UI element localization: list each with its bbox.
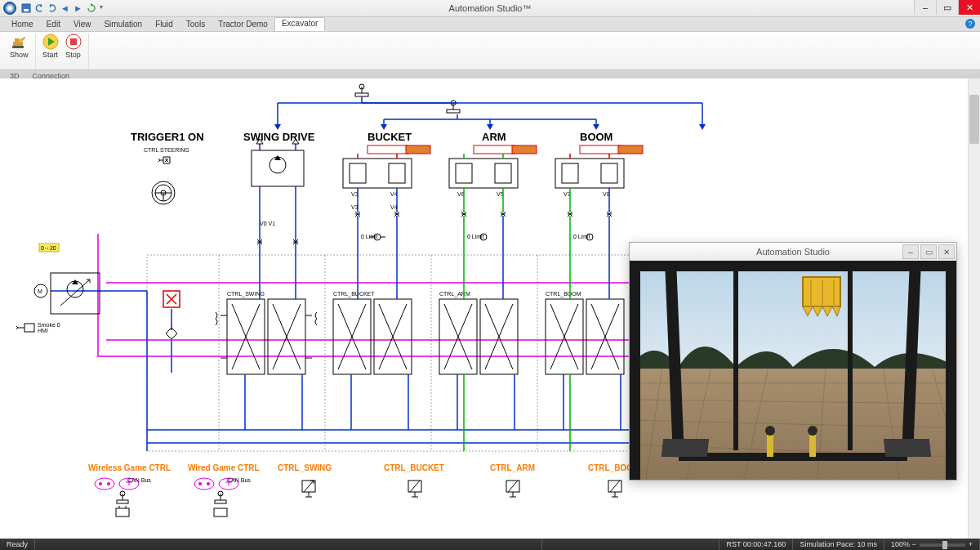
play-icon bbox=[42, 34, 59, 50]
help-icon[interactable]: ? bbox=[965, 19, 975, 29]
svg-point-108 bbox=[194, 478, 214, 490]
maximize-button[interactable]: ▭ bbox=[936, 0, 958, 15]
svg-text:CTRL_SWING: CTRL_SWING bbox=[227, 291, 265, 297]
cyl-bucket: V3 V4 V3V4 0 Limit bbox=[343, 145, 430, 248]
svg-rect-114 bbox=[117, 500, 128, 503]
stop-button[interactable]: Stop bbox=[64, 34, 83, 59]
window-controls: – ▭ ✕ bbox=[914, 0, 980, 15]
svg-rect-146 bbox=[662, 439, 709, 457]
gamepad-wired-icon bbox=[194, 478, 214, 490]
svg-text:M: M bbox=[38, 288, 42, 294]
redo-icon[interactable] bbox=[47, 3, 57, 13]
sim-3d-maximize-button[interactable]: ▭ bbox=[920, 244, 937, 259]
menu-view[interactable]: View bbox=[67, 18, 98, 30]
menu-fluid[interactable]: Fluid bbox=[149, 18, 180, 30]
svg-text:CTRL_BOOM: CTRL_BOOM bbox=[546, 291, 581, 297]
svg-rect-8 bbox=[355, 93, 368, 96]
label-trigger1: TRIGGER1 ON bbox=[131, 131, 204, 143]
start-label: Start bbox=[42, 51, 58, 59]
sim-3d-window[interactable]: Automation Studio – ▭ ✕ bbox=[629, 242, 957, 481]
zoom-out-icon[interactable]: − bbox=[911, 540, 915, 548]
save-icon[interactable] bbox=[21, 3, 31, 13]
menu-simulation[interactable]: Simulation bbox=[97, 18, 149, 30]
svg-text:V0 V1: V0 V1 bbox=[260, 221, 275, 226]
svg-rect-4 bbox=[12, 46, 24, 48]
status-pace: Simulation Pace: 10 ms bbox=[793, 539, 884, 550]
valve-arm: CTRL_ARM bbox=[439, 291, 518, 374]
svg-text:V4: V4 bbox=[390, 204, 398, 210]
label-wired-ctrl: Wired Game CTRL bbox=[188, 463, 260, 472]
status-ready: Ready bbox=[0, 539, 35, 550]
status-zoom[interactable]: 100% −+ bbox=[884, 539, 980, 550]
gamepad-wireless-icon bbox=[95, 478, 114, 490]
menu-tools[interactable]: Tools bbox=[180, 18, 212, 30]
qat-dropdown-icon[interactable]: ▾ bbox=[100, 3, 109, 13]
forward-icon[interactable]: ► bbox=[74, 3, 83, 13]
svg-rect-30 bbox=[343, 159, 412, 188]
svg-rect-48 bbox=[512, 145, 537, 154]
label-arm: ARM bbox=[482, 131, 506, 143]
status-rst: RST 00:00:47.160 bbox=[719, 539, 793, 550]
zoom-in-icon[interactable]: + bbox=[969, 540, 973, 548]
svg-rect-7 bbox=[70, 38, 77, 45]
svg-point-104 bbox=[95, 478, 114, 490]
svg-point-143 bbox=[765, 426, 775, 436]
scrollbar-thumb[interactable] bbox=[969, 95, 979, 144]
prop-valve-swing-icon bbox=[302, 481, 315, 497]
minimize-button[interactable]: – bbox=[914, 0, 936, 15]
svg-point-110 bbox=[207, 482, 210, 485]
svg-rect-147 bbox=[884, 439, 931, 457]
vertical-scrollbar[interactable] bbox=[968, 78, 980, 539]
cyl-arm: V6V5 0 Limit bbox=[449, 145, 537, 248]
svg-text:HMI: HMI bbox=[38, 328, 48, 333]
refresh-icon[interactable] bbox=[87, 3, 96, 13]
menu-bar: Home Edit View Simulation Fluid Tools Tr… bbox=[0, 17, 980, 32]
show-button[interactable]: Show bbox=[8, 34, 30, 59]
workspace: TRIGGER1 ON SWING DRIVE BUCKET ARM BOOM … bbox=[0, 78, 980, 539]
sim-3d-title: Automation Studio bbox=[756, 247, 830, 257]
zoom-slider[interactable] bbox=[920, 543, 965, 547]
close-button[interactable]: ✕ bbox=[958, 0, 980, 15]
sim-3d-viewport[interactable] bbox=[630, 261, 956, 480]
app-logo-icon bbox=[3, 2, 16, 15]
sim-3d-close-button[interactable]: ✕ bbox=[938, 244, 955, 259]
svg-text:CTRL_BUCKET: CTRL_BUCKET bbox=[333, 291, 375, 297]
menu-excavator[interactable]: Excavator bbox=[274, 17, 325, 31]
undo-icon[interactable] bbox=[34, 3, 44, 13]
svg-rect-88 bbox=[24, 324, 34, 332]
label-bucket: BUCKET bbox=[368, 131, 412, 143]
prop-valve-boom-icon bbox=[608, 481, 621, 497]
label-ctrl-steering: CTRL STEERING bbox=[144, 147, 189, 153]
menu-tractor-demo[interactable]: Tractor Demo bbox=[212, 18, 274, 30]
valve-swing: CTRL_SWING bbox=[216, 291, 317, 374]
valve-boom: CTRL_BOOM bbox=[546, 291, 624, 374]
svg-rect-63 bbox=[618, 145, 643, 154]
sim-3d-title-bar[interactable]: Automation Studio – ▭ ✕ bbox=[630, 243, 956, 262]
svg-rect-62 bbox=[580, 145, 621, 154]
cyl-boom: V7V8 0 Limit bbox=[555, 145, 643, 248]
sim-3d-minimize-button[interactable]: – bbox=[902, 244, 919, 259]
start-button[interactable]: Start bbox=[41, 34, 60, 59]
ribbon-group-connection: Start Stop bbox=[36, 34, 89, 69]
svg-rect-144 bbox=[809, 432, 816, 457]
svg-rect-142 bbox=[767, 432, 773, 457]
svg-rect-11 bbox=[447, 110, 460, 113]
label-ctrl-swing: CTRL_SWING bbox=[278, 463, 332, 472]
svg-text:V3: V3 bbox=[351, 204, 359, 210]
svg-rect-51 bbox=[495, 163, 511, 183]
status-bar: Ready RST 00:00:47.160 Simulation Pace: … bbox=[0, 539, 980, 550]
window-title: Automation Studio™ bbox=[0, 3, 980, 13]
svg-rect-47 bbox=[474, 145, 514, 154]
menu-home[interactable]: Home bbox=[5, 18, 40, 30]
svg-rect-31 bbox=[350, 163, 366, 183]
svg-point-145 bbox=[808, 426, 817, 436]
svg-rect-66 bbox=[601, 163, 617, 183]
title-bar: ◄ ► ▾ Automation Studio™ – ▭ ✕ bbox=[0, 0, 980, 17]
svg-rect-117 bbox=[116, 508, 129, 516]
menu-edit[interactable]: Edit bbox=[40, 18, 67, 30]
svg-point-106 bbox=[107, 482, 110, 485]
svg-rect-64 bbox=[555, 159, 624, 188]
svg-rect-29 bbox=[406, 145, 430, 154]
back-icon[interactable]: ◄ bbox=[60, 3, 70, 13]
prop-valve-bucket-icon bbox=[408, 481, 421, 497]
